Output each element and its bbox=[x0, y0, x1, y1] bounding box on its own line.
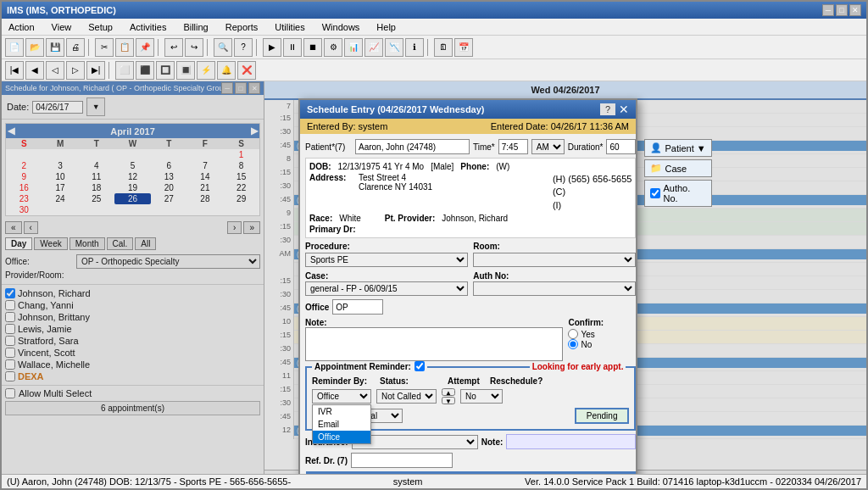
tb13[interactable]: 🔲 bbox=[156, 61, 175, 80]
menu-windows[interactable]: Windows bbox=[319, 21, 364, 33]
menu-activities[interactable]: Activities bbox=[126, 21, 170, 33]
menu-action[interactable]: Action bbox=[5, 21, 38, 33]
nav-first[interactable]: |◀ bbox=[5, 61, 24, 80]
copy-btn[interactable]: 📋 bbox=[115, 38, 134, 57]
address-label: Address: bbox=[309, 173, 352, 212]
tb17[interactable]: ❌ bbox=[237, 61, 256, 80]
status-select[interactable]: Not Called bbox=[376, 389, 437, 404]
auth-no-select[interactable] bbox=[473, 281, 636, 296]
toolbar-2: |◀ ◀ ◁ ▷ ▶| ⬜ ⬛ 🔲 🔳 ⚡ 🔔 ❌ bbox=[2, 59, 866, 81]
appt-reminder-check[interactable] bbox=[415, 361, 425, 371]
dd-office[interactable]: Office bbox=[313, 431, 370, 443]
tb12[interactable]: ⬛ bbox=[136, 61, 154, 80]
redo-btn[interactable]: ↪ bbox=[185, 38, 203, 57]
attempt-down-btn[interactable]: ▼ bbox=[442, 397, 455, 404]
office-input[interactable] bbox=[332, 299, 383, 315]
phone-i: (I) bbox=[553, 199, 632, 212]
phone-w: (W) bbox=[496, 162, 509, 171]
note-textarea[interactable] bbox=[305, 327, 563, 361]
room-label: Room: bbox=[473, 242, 636, 251]
cut-btn[interactable]: ✂ bbox=[95, 38, 114, 57]
tb14[interactable]: 🔳 bbox=[176, 61, 195, 80]
procedure-select[interactable]: Sports PE bbox=[305, 253, 468, 267]
nav-prev[interactable]: ◀ bbox=[25, 61, 44, 80]
case-btn[interactable]: 📁 Case bbox=[644, 159, 711, 177]
open-btn[interactable]: 📂 bbox=[25, 38, 44, 57]
patient-input[interactable] bbox=[355, 139, 470, 154]
tb3[interactable]: ⏹ bbox=[303, 38, 322, 57]
confirm-yes-label: Yes bbox=[581, 330, 594, 339]
insurance-table: Pt. Insurance(s) ID Priority Copay Start… bbox=[305, 471, 636, 474]
dialog-close-btn[interactable]: ✕ bbox=[619, 103, 629, 116]
menu-utilities[interactable]: Utilities bbox=[271, 21, 308, 33]
room-select[interactable] bbox=[473, 253, 636, 267]
tb9[interactable]: 🗓 bbox=[434, 38, 453, 57]
procedure-col: Procedure: Sports PE bbox=[305, 242, 468, 267]
duration-input[interactable] bbox=[606, 139, 636, 154]
dd-email[interactable]: Email bbox=[313, 418, 370, 431]
print-btn[interactable]: 🖨 bbox=[66, 38, 85, 57]
note2-input[interactable] bbox=[506, 434, 636, 449]
tb16[interactable]: 🔔 bbox=[217, 61, 236, 80]
ref-dr-input[interactable] bbox=[351, 453, 453, 468]
save-btn[interactable]: 💾 bbox=[46, 38, 64, 57]
duration-label: Duration* bbox=[568, 142, 604, 152]
menu-setup[interactable]: Setup bbox=[85, 21, 116, 33]
autho-btn[interactable]: Autho. No. bbox=[644, 180, 711, 207]
new-btn[interactable]: 📄 bbox=[5, 38, 24, 57]
tb5[interactable]: 📊 bbox=[344, 38, 363, 57]
menu-billing[interactable]: Billing bbox=[180, 21, 211, 33]
time-input[interactable] bbox=[498, 139, 528, 154]
dialog-help-btn[interactable]: ? bbox=[600, 103, 615, 115]
tb4[interactable]: ⚙ bbox=[324, 38, 342, 57]
confirm-no-radio[interactable] bbox=[568, 339, 578, 349]
menu-help[interactable]: Help bbox=[373, 21, 399, 33]
status-bar: (U) Aaron, John (24748) DOB: 12/13/75 - … bbox=[2, 474, 866, 488]
paste-btn[interactable]: 📌 bbox=[136, 38, 154, 57]
tb7[interactable]: 📉 bbox=[385, 38, 403, 57]
tb6[interactable]: 📈 bbox=[364, 38, 383, 57]
close-btn[interactable]: ✕ bbox=[849, 4, 861, 16]
menu-view[interactable]: View bbox=[48, 21, 75, 33]
confirm-yes-radio[interactable] bbox=[568, 329, 578, 339]
note-confirm-row: Note: Confirm: Yes bbox=[305, 318, 636, 363]
undo-btn[interactable]: ↩ bbox=[164, 38, 183, 57]
tb2[interactable]: ⏸ bbox=[283, 38, 302, 57]
sep2 bbox=[158, 39, 161, 56]
maximize-btn[interactable]: □ bbox=[836, 4, 848, 16]
find-btn[interactable]: 🔍 bbox=[214, 38, 232, 57]
confirm-no-label: No bbox=[581, 340, 592, 349]
address-row: Address: Test Street 4 Clarence NY 14031… bbox=[309, 173, 632, 212]
case-label: Case: bbox=[305, 271, 328, 281]
tb8[interactable]: ℹ bbox=[405, 38, 424, 57]
nav-next[interactable]: ▷ bbox=[66, 61, 85, 80]
am-pm-select[interactable]: AM PM bbox=[531, 139, 565, 154]
case-select[interactable]: general - FP - 06/09/15 bbox=[305, 281, 468, 296]
sep5 bbox=[427, 39, 431, 56]
tb1[interactable]: ▶ bbox=[263, 38, 281, 57]
pt-provider-label: Pt. Provider: bbox=[385, 214, 435, 223]
autho-check[interactable] bbox=[650, 188, 660, 198]
ins-col-name: Pt. Insurance(s) bbox=[333, 471, 464, 474]
nav-prev2[interactable]: ◁ bbox=[46, 61, 64, 80]
ref-dr-row: Ref. Dr. (7) bbox=[305, 453, 636, 468]
attempt-up-btn[interactable]: ▲ bbox=[442, 388, 455, 396]
ins-col-start: Start bbox=[604, 471, 636, 474]
help-btn2[interactable]: ? bbox=[234, 38, 253, 57]
sep3 bbox=[207, 39, 210, 56]
patient-btn[interactable]: 👤 Patient ▼ bbox=[644, 139, 711, 157]
tb15[interactable]: ⚡ bbox=[197, 61, 215, 80]
reminder-title-row: Appointment Reminder: bbox=[312, 361, 427, 371]
tb11[interactable]: ⬜ bbox=[115, 61, 134, 80]
attempt-header: Attempt bbox=[448, 376, 481, 386]
reminder-by-select[interactable]: Office IVR Email bbox=[312, 389, 371, 404]
menu-reports[interactable]: Reports bbox=[222, 21, 262, 33]
pending-btn[interactable]: Pending bbox=[575, 408, 630, 424]
minimize-btn[interactable]: ─ bbox=[822, 4, 834, 16]
reschedule-select[interactable]: No Yes bbox=[460, 389, 503, 404]
tb10[interactable]: 📅 bbox=[454, 38, 473, 57]
sep1 bbox=[88, 39, 92, 56]
nav-last[interactable]: ▶| bbox=[86, 61, 105, 80]
dd-ivr[interactable]: IVR bbox=[313, 405, 370, 418]
status-center: system bbox=[393, 476, 423, 487]
